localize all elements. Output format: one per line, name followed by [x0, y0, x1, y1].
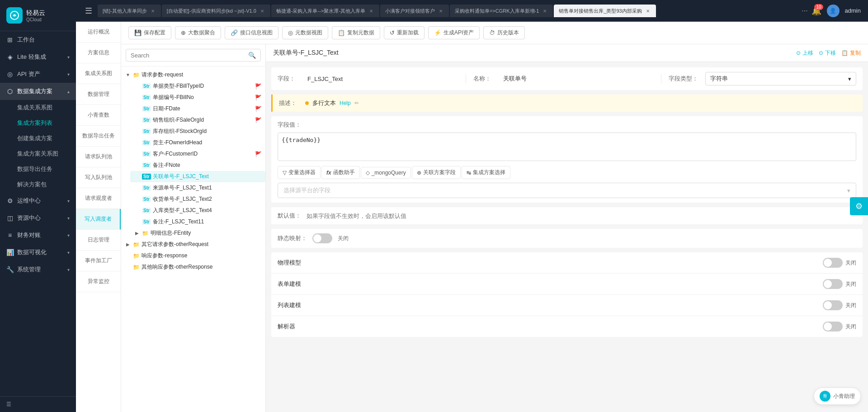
default-value-input[interactable]: [307, 213, 856, 219]
small-assistant-button[interactable]: 青 小青助理: [814, 388, 861, 405]
tree-row-date[interactable]: Str 日期-FDate 🚩: [130, 103, 265, 114]
user-avatar[interactable]: 👤: [827, 5, 840, 17]
expand-request-icon[interactable]: ▼: [125, 72, 131, 78]
edit-desc-icon[interactable]: ✏: [354, 100, 359, 106]
tree-row-fnote[interactable]: Str 备注-FNote: [130, 160, 265, 171]
history-button[interactable]: ⏱ 历史版本: [483, 26, 525, 39]
user-name[interactable]: admin: [845, 7, 861, 14]
tree-row-other-response[interactable]: 📁 其他响应参数-otherResponse: [121, 261, 265, 273]
sidebar-sub-solution-pkg[interactable]: 解决方案包: [0, 177, 76, 192]
interface-view-button[interactable]: 🔗 接口信息视图: [225, 26, 278, 39]
second-sidebar-error[interactable]: 异常监控: [76, 271, 121, 292]
reload-button[interactable]: ↺ 重新加载: [384, 26, 425, 39]
down-arrow-icon: ⊙: [819, 50, 823, 56]
second-sidebar-write-queue[interactable]: 写入队列池: [76, 167, 121, 188]
sidebar-item-api[interactable]: ◎ API 资产 ▾: [0, 66, 76, 83]
sidebar-sub-solution-list[interactable]: 集成方案列表: [0, 115, 76, 131]
parser-toggle[interactable]: [823, 322, 843, 331]
expand-detail-icon[interactable]: ▶: [134, 230, 140, 237]
second-sidebar-request-viewer[interactable]: 请求观度者: [76, 188, 121, 209]
tree-row-flsjc[interactable]: Str 关联单号-F_LSJC_Text: [130, 171, 265, 182]
settings-fab[interactable]: ⚙: [850, 197, 868, 215]
tree-row-flsjc11[interactable]: Str 备注-F_LSJC_Text11: [130, 216, 265, 227]
form-model-toggle[interactable]: [823, 279, 843, 289]
source-field-select[interactable]: 选择源平台的字段 ▾: [278, 183, 856, 198]
func-helper-button[interactable]: fx 函数助手: [321, 166, 360, 179]
sidebar-item-data-integration[interactable]: ⬡ 数据集成方案 ▴: [0, 83, 76, 100]
second-sidebar-event[interactable]: 事件加工厂: [76, 251, 121, 271]
tab4-close-icon[interactable]: ✕: [438, 8, 444, 14]
solution-field-button[interactable]: ⊕ 关联方案字段: [412, 166, 461, 179]
tree-row-flsjc4[interactable]: Str 入库类型-F_LSJC_Text4: [130, 205, 265, 216]
second-sidebar-data[interactable]: 数据管理: [76, 84, 121, 105]
sidebar-sub-schema2[interactable]: 集成方案关系图: [0, 146, 76, 161]
second-sidebar-write-viewer[interactable]: 写入调度者: [76, 209, 121, 230]
search-field-container[interactable]: 🔍: [126, 49, 261, 62]
field-type-select[interactable]: 字符串 ▾: [705, 72, 856, 85]
header-tab-6[interactable]: 销售单对接销售出库_类型93内部采购 ✕: [554, 5, 656, 17]
move-up-button[interactable]: ⊙ 上移: [796, 49, 813, 57]
big-data-button[interactable]: ⊕ 大数据聚合: [175, 26, 221, 39]
second-sidebar-solution[interactable]: 方案信息: [76, 43, 121, 63]
tree-row-saleorg[interactable]: Str 销售组织-FSaleOrgId 🚩: [130, 114, 265, 126]
sidebar-item-data-viz[interactable]: 📊 数据可视化 ▾: [0, 244, 76, 261]
tree-row-flsjc2[interactable]: Str 收货单号-F_LSJC_Text2: [130, 194, 265, 205]
sidebar-item-finance[interactable]: ≡ 财务对账 ▾: [0, 227, 76, 244]
tree-row-other-request[interactable]: ▶ 📁 其它请求参数-otherRequest: [121, 239, 265, 250]
generate-api-button[interactable]: ⚡ 生成API资产: [428, 26, 480, 39]
more-tabs-icon[interactable]: ···: [802, 7, 807, 15]
tree-row-stockorg[interactable]: Str 库存组织-FStockOrgId: [130, 126, 265, 137]
tab3-close-icon[interactable]: ✕: [368, 8, 374, 14]
header-menu-icon[interactable]: ☰: [83, 4, 94, 18]
header-tab-3[interactable]: 畅捷通-采购入库单-->聚水潭-其他入库单 ✕: [271, 5, 379, 17]
sidebar-item-operations[interactable]: ⚙ 运维中心 ▾: [0, 192, 76, 209]
sidebar-item-workspace[interactable]: ⊞ 工作台: [0, 31, 76, 48]
second-sidebar-export[interactable]: 数据导出任务: [76, 126, 121, 147]
save-config-button[interactable]: 💾 保存配置: [128, 26, 171, 39]
second-sidebar-overview[interactable]: 运行概况: [76, 22, 121, 43]
tree-row-response[interactable]: 📁 响应参数-response: [121, 250, 265, 261]
var-selector-button[interactable]: ▽ 变量选择器: [278, 166, 321, 179]
list-model-toggle[interactable]: [823, 300, 843, 310]
header-tab-5[interactable]: 采购收料通知单=>CGRK入库单新增-1 ✕: [450, 5, 553, 17]
tab6-close-icon[interactable]: ✕: [645, 8, 651, 14]
tree-row-request[interactable]: ▼ 📁 请求参数-request: [121, 69, 265, 81]
tree-row-owner[interactable]: Str 货主-FOwnerIdHead: [130, 137, 265, 148]
value-textarea[interactable]: {{tradeNo}}: [278, 133, 856, 161]
tree-row-customer[interactable]: Str 客户-FCustomerID 🚩: [130, 148, 265, 160]
static-map-toggle[interactable]: [312, 233, 332, 243]
sidebar-sub-schema[interactable]: 集成关系系图: [0, 100, 76, 115]
tree-row-detail[interactable]: ▶ 📁 明细信息-FEntity: [130, 227, 265, 239]
meta-view-button[interactable]: ◎ 元数据视图: [282, 26, 328, 39]
tab2-close-icon[interactable]: ✕: [259, 8, 265, 14]
copy-meta-button[interactable]: 📋 复制元数据: [332, 26, 380, 39]
tree-row-billtype[interactable]: Str 单据类型-FBillTypeID 🚩: [130, 81, 265, 92]
second-sidebar-request-queue[interactable]: 请求队列池: [76, 147, 121, 167]
mongo-query-button[interactable]: ◇ _mongoQuery: [361, 167, 411, 179]
sidebar-item-lite[interactable]: ◈ Lite 轻集成 ▾: [0, 48, 76, 66]
notification-button[interactable]: 🔔 10: [811, 6, 821, 16]
tree-row-billno[interactable]: Str 单据编号-FBillNo 🚩: [130, 92, 265, 103]
header-tab-1[interactable]: [错]-其他入库单同步 ✕: [98, 5, 161, 17]
tab1-close-icon[interactable]: ✕: [150, 8, 156, 14]
solution-select-button[interactable]: ↹ 集成方案选择: [462, 166, 510, 179]
help-link[interactable]: Help: [340, 100, 351, 106]
second-sidebar-xiao-query[interactable]: 小青查数: [76, 105, 121, 126]
sidebar-sub-export[interactable]: 数据导出任务: [0, 161, 76, 177]
tab5-close-icon[interactable]: ✕: [542, 8, 548, 14]
sidebar-sub-create[interactable]: 创建集成方案: [0, 131, 76, 146]
physical-model-toggle[interactable]: [823, 258, 843, 268]
header-tab-2[interactable]: [自动爱犯]-供应商资料同步{kd→jst}-V1.0 ✕: [162, 5, 270, 17]
copy-button[interactable]: 📋 复制: [841, 49, 861, 57]
header-tab-4[interactable]: 小满客户对接领猎客户 ✕: [380, 5, 449, 17]
expand-other-req-icon[interactable]: ▶: [125, 242, 131, 248]
second-sidebar-schema[interactable]: 集成关系图: [76, 63, 121, 84]
sidebar-footer[interactable]: ☰: [0, 396, 76, 412]
search-input[interactable]: [131, 52, 245, 59]
move-down-button[interactable]: ⊙ 下移: [819, 49, 836, 57]
sidebar-item-resources[interactable]: ◫ 资源中心 ▾: [0, 209, 76, 227]
second-sidebar-log[interactable]: 日志管理: [76, 230, 121, 251]
sidebar-item-system[interactable]: 🔧 系统管理 ▾: [0, 261, 76, 278]
system-chevron-icon: ▾: [67, 267, 70, 272]
tree-row-flsjc1[interactable]: Str 来源单号-F_LSJC_Text1: [130, 182, 265, 194]
